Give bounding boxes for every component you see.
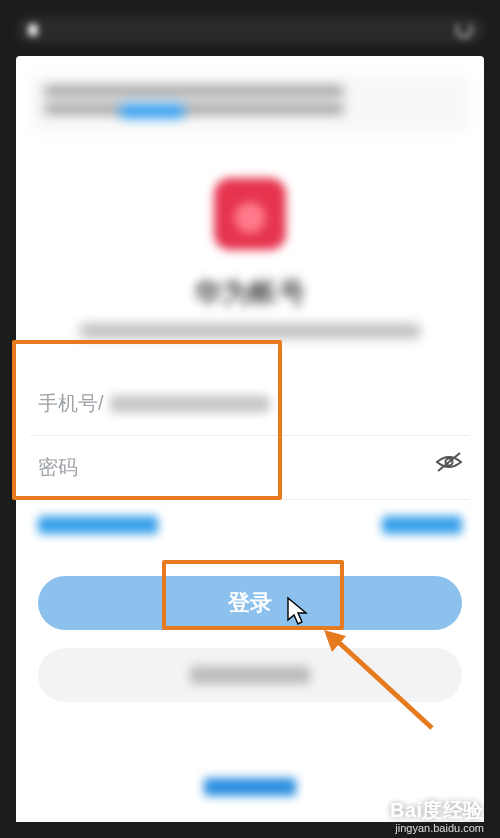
- app-logo-icon: [214, 178, 286, 250]
- sms-login-link[interactable]: [38, 516, 158, 534]
- phone-label: 手机号/: [38, 390, 104, 417]
- watermark-brand: Bai度经验: [390, 797, 484, 824]
- register-button-label: [190, 666, 310, 684]
- watermark: Bai度经验 jingyan.baidu.com: [390, 797, 484, 834]
- promo-banner[interactable]: [30, 74, 470, 132]
- lock-icon: [28, 24, 38, 36]
- watermark-url: jingyan.baidu.com: [390, 822, 484, 834]
- phone-placeholder-blur: [110, 395, 270, 413]
- brand-subtitle: [80, 324, 420, 338]
- login-button[interactable]: 登录: [38, 576, 462, 630]
- login-button-label: 登录: [228, 588, 272, 618]
- register-button[interactable]: [38, 648, 462, 702]
- login-form: 手机号/ 密码: [30, 372, 470, 500]
- forgot-password-link[interactable]: [382, 516, 462, 534]
- page-content: 华为帐号 手机号/ 密码 登录: [16, 56, 484, 822]
- toggle-password-visibility-icon[interactable]: [434, 450, 464, 478]
- svg-line-1: [438, 453, 460, 471]
- browser-addressbar[interactable]: [16, 16, 484, 44]
- password-field[interactable]: 密码: [30, 436, 470, 500]
- bottom-link[interactable]: [204, 778, 296, 796]
- refresh-icon[interactable]: [456, 22, 472, 38]
- password-label: 密码: [38, 454, 78, 481]
- brand-title: 华为帐号: [16, 274, 484, 312]
- phone-field[interactable]: 手机号/: [30, 372, 470, 436]
